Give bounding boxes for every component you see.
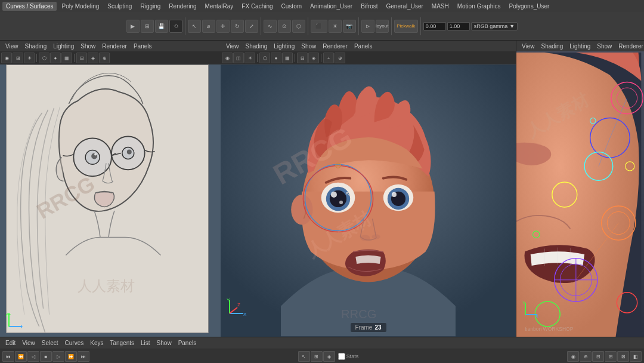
- bottom-tb-next[interactable]: ⏩: [65, 351, 77, 362]
- vp-tb-camera[interactable]: ◉: [1, 53, 12, 63]
- bottom-tb-prev[interactable]: ⏪: [15, 351, 27, 362]
- left-vp-menu-panels[interactable]: Panels: [131, 42, 155, 50]
- bottom-bar: Edit View Select Curves Keys Tangents Li…: [0, 337, 644, 363]
- toolbar-pickwalk[interactable]: Pickwalk: [394, 20, 418, 33]
- right-vp-menu-shading[interactable]: Shading: [538, 42, 566, 50]
- menu-tab-bifrost[interactable]: Bifrost: [357, 2, 381, 11]
- menu-tab-custom[interactable]: Custom: [278, 2, 305, 11]
- center-vp-tb-8[interactable]: ◈: [308, 53, 319, 63]
- bottom-tb-fwd[interactable]: ▷: [52, 351, 64, 362]
- menu-tab-rendering[interactable]: Rendering: [165, 2, 200, 11]
- menu-tab-mentalray[interactable]: MentalRay: [202, 2, 237, 11]
- bottom-tb-sel1[interactable]: ↖: [298, 351, 310, 362]
- vp-tb-smooth[interactable]: ●: [50, 53, 61, 63]
- center-vp-menu-shading[interactable]: Shading: [243, 42, 271, 50]
- vp-tb-light[interactable]: ☀: [24, 53, 35, 63]
- vp-tb-aa[interactable]: ◈: [88, 53, 98, 63]
- toolbar-camera[interactable]: 📷: [343, 20, 356, 33]
- toolbar-light[interactable]: ☀: [329, 20, 342, 33]
- bottom-menu-edit[interactable]: Edit: [2, 339, 18, 347]
- vp-tb-texture[interactable]: ▦: [61, 53, 72, 63]
- toolbar-move[interactable]: ✛: [216, 20, 230, 33]
- bottom-tb-sel2[interactable]: ⊞: [311, 351, 323, 362]
- bottom-icon-6[interactable]: ◧: [630, 351, 642, 362]
- toolbar-undo[interactable]: ⟲: [169, 20, 182, 33]
- value-input-1[interactable]: [423, 22, 446, 30]
- bottom-tb-stop[interactable]: ■: [40, 351, 52, 362]
- bottom-menu-panels[interactable]: Panels: [175, 339, 200, 347]
- bottom-icon-2[interactable]: ⊕: [580, 351, 592, 362]
- bottom-tb-end[interactable]: ⏭: [78, 351, 89, 362]
- vp-tb-hud[interactable]: ⊕: [99, 53, 110, 63]
- toolbar-curve[interactable]: ∿: [264, 20, 277, 33]
- bottom-icon-5[interactable]: ⊠: [617, 351, 629, 362]
- center-vp-tb-9[interactable]: +: [323, 53, 334, 63]
- toolbar-playback[interactable]: ⊳: [361, 20, 374, 33]
- menu-tab-motion[interactable]: Motion Graphics: [454, 2, 504, 11]
- menu-tab-polygons[interactable]: Polygons_User: [506, 2, 553, 11]
- toolbar-scale[interactable]: ⤢: [245, 20, 258, 33]
- bottom-menu-select[interactable]: Select: [39, 339, 61, 347]
- value-input-2[interactable]: [447, 22, 470, 30]
- vp-tb-wireframe[interactable]: ⬡: [39, 53, 49, 63]
- menu-tab-poly[interactable]: Poly Modeling: [58, 2, 103, 11]
- stats-checkbox[interactable]: [338, 353, 345, 360]
- bottom-icon-4[interactable]: ⊞: [605, 351, 617, 362]
- center-vp-tb-1[interactable]: ◉: [222, 53, 233, 63]
- toolbar-rotate[interactable]: ↻: [231, 20, 244, 33]
- bottom-tb-back[interactable]: ◁: [27, 351, 39, 362]
- center-vp-menu-lighting[interactable]: Lighting: [271, 42, 298, 50]
- bottom-menu-keys[interactable]: Keys: [87, 339, 106, 347]
- center-vp-tb-2[interactable]: ◫: [233, 53, 244, 63]
- center-vp-tb-7[interactable]: ⊟: [297, 53, 308, 63]
- bottom-tb-sel3[interactable]: ◈: [323, 351, 335, 362]
- left-vp-menu-lighting[interactable]: Lighting: [50, 42, 77, 50]
- bottom-menu-show[interactable]: Show: [154, 339, 175, 347]
- right-vp-menu-view[interactable]: View: [519, 42, 538, 50]
- colorspace-label: sRGB gamma: [474, 23, 508, 29]
- toolbar-open[interactable]: ⊞: [141, 20, 154, 33]
- menu-tab-fxcaching[interactable]: FX Caching: [238, 2, 276, 11]
- toolbar-new[interactable]: ▶: [126, 20, 140, 33]
- toolbar-poly[interactable]: ⬡: [292, 20, 305, 33]
- toolbar-render[interactable]: ⬛: [311, 20, 327, 33]
- menu-tab-general[interactable]: General_User: [383, 2, 427, 11]
- left-vp-menu-shading[interactable]: Shading: [22, 42, 50, 50]
- toolbar-layout[interactable]: layout: [376, 20, 389, 33]
- left-vp-menu-show[interactable]: Show: [78, 42, 98, 50]
- menu-tab-animation[interactable]: Animation_User: [306, 2, 356, 11]
- bottom-icon-1[interactable]: ◉: [567, 351, 579, 362]
- bottom-menu-list[interactable]: List: [138, 339, 153, 347]
- center-vp-tb-4[interactable]: ⬡: [259, 53, 270, 63]
- vp-tb-grid[interactable]: ⊞: [13, 53, 23, 63]
- center-vp-tb-6[interactable]: ▦: [282, 53, 293, 63]
- toolbar-select[interactable]: ↖: [188, 20, 201, 33]
- bottom-icon-3[interactable]: ⊟: [592, 351, 604, 362]
- right-vp-menu-show[interactable]: Show: [594, 42, 615, 50]
- menu-tab-rigging[interactable]: Rigging: [137, 2, 164, 11]
- right-vp-menu-lighting[interactable]: Lighting: [566, 42, 593, 50]
- toolbar-nurbs[interactable]: ⊙: [278, 20, 291, 33]
- colorspace-dropdown[interactable]: sRGB gamma ▼: [471, 22, 518, 30]
- right-vp-menu-renderer[interactable]: Renderer: [615, 42, 644, 50]
- center-vp-menu-panels[interactable]: Panels: [351, 42, 376, 50]
- bottom-menu-tangents[interactable]: Tangents: [107, 339, 137, 347]
- vp-tb-resolution[interactable]: ⊟: [76, 53, 87, 63]
- menu-tab-sculpting[interactable]: Sculpting: [104, 2, 135, 11]
- left-vp-menu-view[interactable]: View: [2, 42, 21, 50]
- bottom-tb-play[interactable]: ⏮: [2, 351, 14, 362]
- center-vp-tb-3[interactable]: ☀: [244, 53, 255, 63]
- bottom-menu-view[interactable]: View: [19, 339, 38, 347]
- bottom-menu-curves[interactable]: Curves: [62, 339, 87, 347]
- left-viewport-toolbar: ◉ ⊞ ☀ ⬡ ● ▦ ⊟ ◈ ⊕: [0, 51, 221, 64]
- center-vp-tb-5[interactable]: ●: [271, 53, 281, 63]
- center-vp-tb-10[interactable]: ⊕: [335, 53, 345, 63]
- toolbar-save[interactable]: 💾: [155, 20, 168, 33]
- toolbar-lasso[interactable]: ⌀: [202, 20, 215, 33]
- center-vp-menu-show[interactable]: Show: [298, 42, 319, 50]
- left-vp-menu-renderer[interactable]: Renderer: [99, 42, 130, 50]
- center-vp-menu-renderer[interactable]: Renderer: [320, 42, 351, 50]
- center-vp-menu-view[interactable]: View: [223, 42, 242, 50]
- menu-tab-mash[interactable]: MASH: [428, 2, 453, 11]
- menu-tab-curves[interactable]: Curves / Surfaces: [2, 2, 57, 11]
